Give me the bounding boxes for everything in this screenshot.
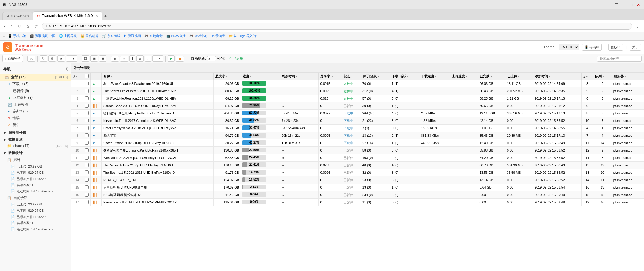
play-all-button[interactable]: ▶ — [168, 55, 175, 62]
cell-check[interactable] — [83, 125, 91, 132]
bookmark-qq-video[interactable]: ▶ 腾讯视频 — [123, 33, 142, 39]
cell-check[interactable] — [83, 95, 91, 102]
stats-group[interactable]: ▼ 数据统计 — [0, 149, 71, 157]
row-checkbox[interactable] — [85, 96, 89, 100]
bookmark-tmall[interactable]: 👑 天猫精选 — [79, 33, 100, 39]
table-row[interactable]: 7 ▼ Hotel.Transylvania.3.2018.2160p.UHD.… — [71, 125, 644, 132]
invert-select-button[interactable]: ⊞ — [99, 55, 106, 62]
table-row[interactable]: 17 ▐▐ Planet Earth II 2016 UHD BLURAY RE… — [71, 199, 644, 206]
collapse-icon[interactable]: 《 — [64, 66, 68, 72]
cell-name[interactable]: 克里斯托弗·诺兰UHD电影合集 — [101, 184, 213, 191]
col-checkbox[interactable] — [83, 73, 91, 80]
cell-check[interactable] — [83, 132, 91, 139]
bookmark-jd[interactable]: 🛒 京东商城 — [101, 33, 121, 39]
info-button[interactable]: ℹ — [129, 55, 135, 62]
col-ratio[interactable]: 分享率 ▾ — [319, 73, 342, 80]
sidebar-item-seeding[interactable]: ▲ 正在做种 (3) — [0, 94, 71, 101]
table-row[interactable]: 9 ▼ Space Station 2002 2160p UHD Blu-ray… — [71, 139, 644, 147]
star-button[interactable]: ☆ — [33, 23, 40, 30]
table-row[interactable]: 5 ▼ 哈利波特1-8合集.Harry.Potter.8-Film.Collec… — [71, 110, 644, 117]
cell-name[interactable]: 小欢喜.A.Little.Reunion.2019.2160p.WEB-DL.H… — [101, 95, 213, 102]
original-ui-button[interactable]: 原版UI — [608, 44, 623, 51]
data-dir-group[interactable]: ▼ 数据目录 — [0, 136, 71, 143]
row-checkbox[interactable] — [85, 111, 89, 115]
col-added[interactable]: 添加时间 ▾ — [533, 73, 581, 80]
active-tab[interactable]: ⚙ Transmission WEB 控制器 1.6.0 ✕ — [33, 11, 102, 20]
col-hash[interactable]: # ▾ — [581, 73, 593, 80]
more-button[interactable]: ⋯ ▾ — [66, 55, 77, 62]
theme-select[interactable]: Default — [559, 44, 579, 50]
settings-button[interactable]: ⚙ — [48, 55, 56, 62]
cell-check[interactable] — [83, 102, 91, 110]
back-button[interactable]: ‹ — [2, 23, 7, 30]
col-server[interactable]: 服务器 ▾ — [612, 73, 644, 80]
address-bar[interactable] — [42, 23, 632, 30]
forward-button[interactable]: › — [9, 23, 14, 30]
mobile-ui-button[interactable]: 📱 移动UI — [582, 44, 602, 51]
bookmark-phonebook[interactable]: 📱 手机书签 — [7, 33, 27, 39]
cell-check[interactable] — [83, 80, 91, 87]
cell-name[interactable]: The Matrix Trilogy 2160p UHD BluRay REMU… — [101, 162, 213, 169]
select-all-button[interactable]: ☐ — [82, 55, 89, 62]
cell-name[interactable]: 海绵宝宝 — [101, 132, 213, 139]
cell-name[interactable]: Westworld.S02.2160p.UHD.BluRay.HDR.HEVC.… — [101, 154, 213, 162]
col-type[interactable] — [91, 73, 102, 80]
bookmark-esports[interactable]: 🎮 企鹅电竞 — [143, 33, 164, 39]
col-status[interactable]: 状态 ▾ — [342, 73, 361, 80]
row-checkbox[interactable] — [85, 193, 89, 197]
share-button[interactable]: ⤴ — [145, 56, 151, 62]
cell-name[interactable]: Source.Code.2011.2160p.UHD.BluRay.HEVC.A… — [101, 102, 213, 110]
cell-name[interactable]: 侏罗纪公园合集.Jurassic.Park.BluRay.2160p.x265.… — [101, 147, 213, 154]
reload-button[interactable]: ↻ — [16, 23, 23, 30]
col-seeds[interactable]: 种子|活跃 ▾ — [361, 73, 390, 80]
bookmark-nav[interactable]: 🌐 上网导航 — [58, 33, 78, 39]
cell-check[interactable] — [83, 147, 91, 154]
cell-check[interactable] — [83, 176, 91, 184]
row-checkbox[interactable] — [85, 185, 89, 189]
table-row[interactable]: 12 ▐▐ The Matrix Trilogy 2160p UHD BluRa… — [71, 162, 644, 169]
sidebar-item-downloading[interactable]: ⬇ 下载中 (5) — [0, 81, 71, 87]
sidebar-item-stopped[interactable]: ⏸ 已暂停 (9) — [0, 87, 71, 94]
sidebar-item-checking[interactable]: 🔄 正在校验 — [0, 101, 71, 108]
cell-name[interactable]: The.Bourne.1-5.2002-2016.UHD.BluRay.2160… — [101, 169, 213, 176]
inactive-tab[interactable]: 🖥 NAS-45303 — [2, 12, 33, 20]
bookmark-tencent[interactable]: 🎬 腾讯视频·中国 — [28, 33, 56, 39]
cell-name[interactable]: John.Wick.Chapter.3.Parabellum.2019.2160… — [101, 80, 213, 87]
table-row[interactable]: 1 ▲ John.Wick.Chapter.3.Parabellum.2019.… — [71, 80, 644, 87]
row-checkbox[interactable] — [85, 119, 89, 122]
row-checkbox[interactable] — [85, 200, 89, 204]
cell-name[interactable]: The.Secret.Life.of.Pets.2.2019.UHD.BluRa… — [101, 87, 213, 95]
cell-check[interactable] — [83, 154, 91, 162]
cell-name[interactable]: READY_PLAYER_ONE — [101, 176, 213, 184]
table-row[interactable]: 11 ▐▐ Westworld.S02.2160p.UHD.BluRay.HDR… — [71, 154, 644, 162]
col-ulspeed[interactable]: 上传速度 ▾ — [450, 73, 478, 80]
cell-check[interactable] — [83, 184, 91, 191]
table-row[interactable]: 10 ▐▐ 侏罗纪公园合集.Jurassic.Park.BluRay.2160p… — [71, 147, 644, 154]
sidebar-item-active[interactable]: ● 活动中 (5) — [0, 108, 71, 115]
col-dlspeed[interactable]: 下载速度 ▾ — [419, 73, 450, 80]
close-button[interactable]: ✕ — [635, 2, 642, 8]
search-input[interactable] — [597, 56, 642, 62]
table-row[interactable]: 6 ▼ Nirvana.in.Fire.II.2017.Complete.4K.… — [71, 117, 644, 125]
row-checkbox[interactable] — [85, 89, 89, 93]
table-row[interactable]: 13 ▐▐ The.Bourne.1-5.2002-2016.UHD.BluRa… — [71, 169, 644, 176]
add-torrent-button[interactable]: + 添加种子 — [2, 55, 23, 62]
table-row[interactable]: 8 ▼ 海绵宝宝 96.79 GB 36.64% 20h 15m 22s 0.0… — [71, 132, 644, 139]
cell-check[interactable] — [83, 139, 91, 147]
row-checkbox[interactable] — [85, 148, 89, 152]
col-queue[interactable]: 队列 ▾ — [593, 73, 612, 80]
copy-button[interactable]: ⧉ — [136, 55, 144, 62]
row-checkbox[interactable] — [85, 170, 89, 174]
tab-close-icon[interactable]: ✕ — [96, 14, 98, 18]
bookmark-games[interactable]: 🎮 游戏中心 — [188, 33, 209, 39]
col-name[interactable]: 名称 ▾ — [101, 73, 213, 80]
row-checkbox[interactable] — [85, 178, 89, 182]
row-checkbox[interactable] — [85, 82, 89, 85]
select-all-checkbox[interactable] — [85, 74, 89, 78]
table-row[interactable]: 15 ▐▐ 克里斯托弗·诺兰UHD电影合集 170.69 GB 2.13% ∞ … — [71, 184, 644, 191]
star-toolbar-button[interactable]: ★ — [57, 55, 65, 62]
cell-check[interactable] — [83, 117, 91, 125]
col-num[interactable]: # ▾ — [71, 73, 83, 80]
table-row[interactable]: 4 ▐▐ Source.Code.2011.2160p.UHD.BluRay.H… — [71, 102, 644, 110]
server-dist-group[interactable]: ▼ 服务器分布 — [0, 128, 71, 136]
